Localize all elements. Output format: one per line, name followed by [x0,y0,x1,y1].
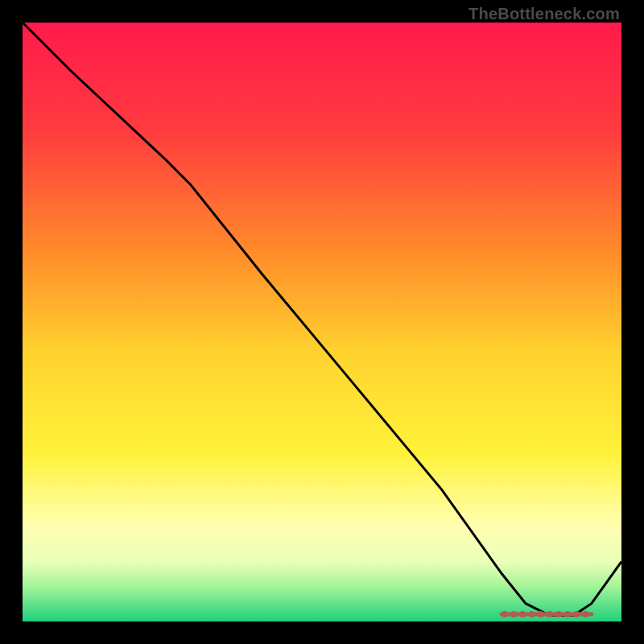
svg-point-3 [519,611,526,617]
chart-frame [23,23,621,621]
svg-point-4 [528,611,535,617]
watermark-text: TheBottleneck.com [469,5,620,23]
svg-point-5 [538,611,544,617]
svg-point-6 [547,611,553,617]
svg-point-1 [502,611,508,617]
svg-point-10 [582,611,588,617]
svg-point-9 [573,611,580,617]
bottleneck-chart [23,23,621,621]
svg-point-8 [564,611,571,617]
svg-point-2 [510,611,517,617]
svg-point-7 [555,611,562,617]
gradient-background [23,23,621,621]
